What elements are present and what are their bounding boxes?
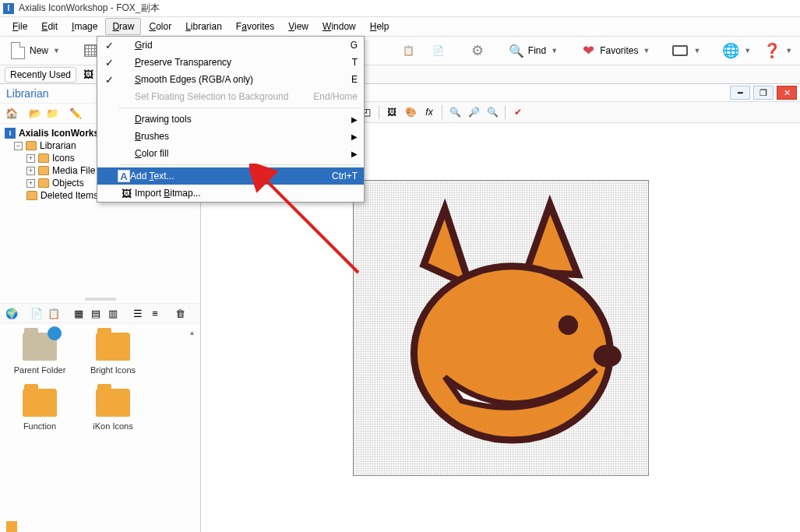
- menu-set-floating: Set Floating Selection to Background End…: [97, 88, 364, 105]
- display-button[interactable]: ▼: [667, 39, 705, 62]
- help-button[interactable]: ❓▼: [759, 39, 797, 62]
- pencil-icon[interactable]: ✏️: [69, 107, 83, 121]
- sort-asc-icon[interactable]: ☰: [131, 306, 145, 320]
- palette-icon[interactable]: 🎨: [402, 104, 419, 121]
- text-icon: A: [118, 170, 130, 182]
- collapse-icon[interactable]: −: [14, 142, 23, 150]
- minimize-button[interactable]: ━: [730, 86, 750, 100]
- folder-icon: [23, 389, 57, 417]
- menu-favorites[interactable]: Favorites: [230, 19, 280, 34]
- menu-drawing-tools[interactable]: Drawing tools ▶: [97, 111, 364, 128]
- view-small-icon[interactable]: ▤: [89, 306, 103, 320]
- zoom-fit-icon[interactable]: 🔍: [484, 104, 501, 121]
- image-icon[interactable]: 🖼: [81, 68, 95, 82]
- new-doc-icon: [9, 42, 26, 59]
- menu-window[interactable]: Window: [316, 19, 362, 34]
- recent-label[interactable]: Recently Used: [5, 67, 76, 83]
- copy-icon[interactable]: 📄: [30, 306, 44, 320]
- submenu-arrow-icon: ▶: [351, 115, 358, 124]
- menu-add-text[interactable]: A Add Text... Ctrl+T: [97, 167, 364, 185]
- expand-icon[interactable]: +: [26, 154, 35, 163]
- menu-preserve-transparency[interactable]: ✓ Preserve Transparency T: [97, 54, 364, 71]
- browser-toolbar: 🌍 📄 📋 ▦ ▤ ▥ ☰ ≡ 🗑: [0, 303, 200, 323]
- fox-image: [361, 188, 641, 468]
- folder-icon: [38, 153, 49, 163]
- zoom-in-icon[interactable]: 🔍: [446, 104, 463, 121]
- close-button[interactable]: ✕: [777, 86, 797, 100]
- check-icon: ✓: [100, 40, 118, 51]
- globe-refresh-icon[interactable]: 🌍: [5, 306, 19, 320]
- expand-icon[interactable]: +: [26, 179, 35, 188]
- search-icon: 🔍: [508, 42, 525, 59]
- menu-smooth-edges[interactable]: ✓ Smooth Edges (RGB/A only) E: [97, 71, 364, 88]
- folder-icon: [26, 141, 37, 150]
- pixel-canvas[interactable]: [353, 180, 649, 476]
- chevron-down-icon: ▼: [53, 47, 60, 55]
- menu-import-bitmap[interactable]: 🖼 Import Bitmap...: [97, 185, 364, 202]
- folder-new-icon[interactable]: 📁: [45, 107, 59, 121]
- menu-color-fill[interactable]: Color fill ▶: [97, 145, 364, 162]
- menu-bar: File Edit Image Draw Color Librarian Fav…: [0, 17, 800, 36]
- menu-separator: [119, 164, 361, 165]
- browser-item[interactable]: Bright Icons: [78, 333, 148, 375]
- menu-image[interactable]: Image: [65, 19, 104, 34]
- svg-point-0: [414, 266, 610, 439]
- folder-icon: [96, 333, 130, 361]
- menu-file[interactable]: File: [6, 19, 33, 34]
- scroll-up-icon[interactable]: ▴: [186, 326, 197, 337]
- menu-brushes[interactable]: Brushes ▶: [97, 128, 364, 145]
- sort-desc-icon[interactable]: ≡: [148, 306, 162, 320]
- paste-button[interactable]: 📄: [425, 39, 452, 62]
- app-small-icon: I: [5, 128, 16, 139]
- menu-grid[interactable]: ✓ Grid G: [97, 37, 364, 54]
- svg-point-1: [558, 315, 577, 334]
- zoom-out-icon[interactable]: 🔎: [465, 104, 482, 121]
- settings-button[interactable]: ⚙: [464, 39, 491, 62]
- copy-button[interactable]: 📋: [396, 39, 422, 62]
- copy-icon: 📋: [400, 42, 418, 59]
- draw-dropdown: ✓ Grid G ✓ Preserve Transparency T ✓ Smo…: [97, 36, 365, 203]
- svg-point-2: [593, 344, 621, 367]
- image-icon[interactable]: 🖼: [383, 104, 400, 121]
- bitmap-icon: 🖼: [118, 188, 135, 199]
- view-list-icon[interactable]: ▥: [106, 306, 120, 320]
- app-icon: I: [3, 3, 14, 14]
- restore-button[interactable]: ❐: [753, 86, 774, 100]
- folder-open-icon[interactable]: 📂: [28, 107, 42, 121]
- paste-icon[interactable]: 📋: [47, 306, 61, 320]
- folder-icon: [6, 521, 17, 532]
- submenu-arrow-icon: ▶: [351, 150, 358, 158]
- expand-icon[interactable]: +: [26, 167, 35, 175]
- monitor-icon: [671, 42, 689, 59]
- folder-icon: [26, 191, 37, 200]
- view-large-icon[interactable]: ▦: [72, 306, 86, 320]
- folder-icon: [96, 389, 130, 417]
- window-title: Axialis IconWorkshop - FOX_副本: [19, 2, 160, 15]
- submenu-arrow-icon: ▶: [351, 132, 358, 141]
- browser-item[interactable]: iKon Icons: [78, 389, 148, 431]
- gear-icon: ⚙: [469, 42, 486, 59]
- web-button[interactable]: 🌐▼: [717, 39, 756, 62]
- favorites-button[interactable]: ❤Favorites▼: [575, 39, 654, 62]
- heart-icon: ❤: [580, 42, 597, 59]
- check-icon[interactable]: ✔: [509, 104, 527, 121]
- delete-icon[interactable]: 🗑: [173, 306, 187, 320]
- menu-help[interactable]: Help: [364, 19, 396, 34]
- favorites-label: Favorites: [600, 45, 638, 56]
- title-bar: I Axialis IconWorkshop - FOX_副本: [0, 0, 800, 17]
- browser-item-parent[interactable]: Parent Folder: [5, 333, 75, 375]
- find-button[interactable]: 🔍Find▼: [503, 39, 562, 62]
- menu-color[interactable]: Color: [143, 19, 178, 34]
- menu-draw[interactable]: Draw: [105, 18, 141, 35]
- browser[interactable]: ▴ Parent Folder Bright Icons Function iK…: [0, 323, 200, 532]
- splitter[interactable]: [0, 295, 200, 303]
- menu-edit[interactable]: Edit: [35, 19, 64, 34]
- menu-librarian[interactable]: Librarian: [179, 19, 228, 34]
- home-icon[interactable]: 🏠: [5, 107, 19, 121]
- browser-item[interactable]: Function: [5, 389, 75, 431]
- fx-icon[interactable]: fx: [421, 104, 438, 121]
- new-button[interactable]: New ▼: [5, 39, 65, 62]
- help-icon: ❓: [763, 42, 781, 59]
- menu-view[interactable]: View: [282, 19, 315, 34]
- globe-icon: 🌐: [722, 42, 739, 59]
